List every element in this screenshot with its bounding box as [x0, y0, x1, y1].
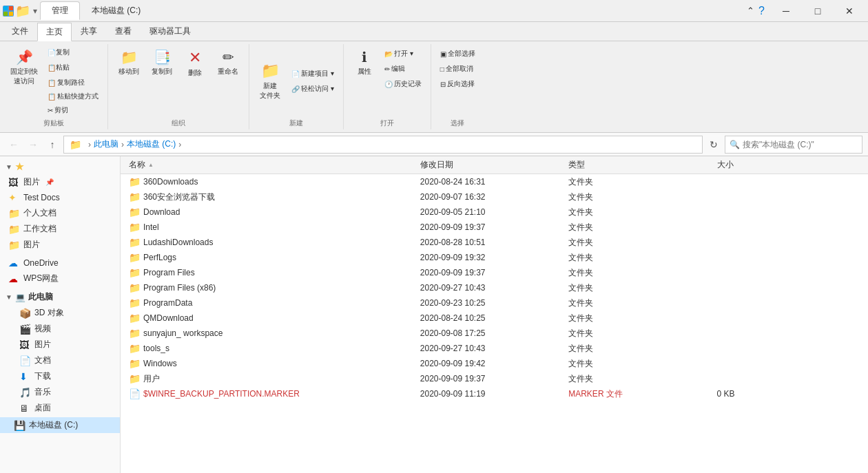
table-row[interactable]: 📁 Download 2020-09-05 21:10 文件夹	[121, 204, 868, 220]
file-name: Windows	[143, 359, 177, 368]
sidebar-item-desktop[interactable]: 🖥 桌面	[0, 400, 120, 416]
file-size	[714, 226, 862, 229]
file-type: 文件夹	[566, 190, 714, 204]
sidebar-label-onedrive: OneDrive	[23, 258, 59, 268]
col-type-header[interactable]: 类型	[566, 158, 714, 172]
paste-shortcut-button[interactable]: 📋 粘贴快捷方式	[44, 90, 102, 103]
sidebar-item-onedrive[interactable]: ☁ OneDrive	[0, 255, 120, 271]
search-input[interactable]	[743, 140, 858, 149]
file-size	[714, 317, 862, 319]
copy-button[interactable]: 📄 复制	[44, 45, 102, 59]
delete-button[interactable]: ✕ 删除	[180, 45, 210, 81]
table-row[interactable]: 📁 PerfLogs 2020-09-09 19:32 文件夹	[121, 250, 868, 265]
table-row[interactable]: 📁 Program Files (x86) 2020-09-27 10:43 文…	[121, 280, 868, 295]
address-path[interactable]: 📁 › 此电脑 › 本地磁盘 (C:) ›	[63, 136, 703, 154]
deselect-all-button[interactable]: □ 全部取消	[437, 62, 479, 76]
quick-access-icon[interactable]: 📁	[15, 3, 30, 19]
sidebar-item-testdocs[interactable]: ✦ Test Docs	[0, 190, 120, 205]
table-row[interactable]: 📁 用户 2020-09-09 19:37 文件夹	[121, 371, 868, 386]
table-row[interactable]: 📁 sunyajun_ workspace 2020-09-08 17:25 文…	[121, 326, 868, 341]
sidebar-label-pictures-pinned: 图片	[23, 176, 40, 188]
table-row[interactable]: 📁 tools_s 2020-09-27 10:43 文件夹	[121, 341, 868, 356]
table-row[interactable]: 📁 Intel 2020-09-09 19:37 文件夹	[121, 220, 868, 235]
file-name: Program Files	[143, 268, 195, 277]
easy-access-button[interactable]: 🔗 轻松访问 ▾	[288, 82, 338, 96]
table-row[interactable]: 📁 ProgramData 2020-09-23 10:25 文件夹	[121, 295, 868, 311]
help-icon[interactable]: ?	[758, 5, 765, 17]
table-row[interactable]: 📁 360Downloads 2020-08-24 16:31 文件夹	[121, 174, 868, 189]
copy-to-button[interactable]: 📑 复制到	[147, 45, 177, 80]
table-row[interactable]: 📄 $WINRE_BACKUP_PARTITION.MARKER 2020-09…	[121, 386, 868, 401]
ribbon-tab-home[interactable]: 主页	[37, 23, 72, 41]
rename-button[interactable]: ✏ 重命名	[213, 45, 243, 80]
table-row[interactable]: 📁 Program Files 2020-09-09 19:37 文件夹	[121, 265, 868, 280]
col-size-header[interactable]: 大小	[714, 158, 862, 172]
sidebar-item-localdisk[interactable]: 💾 本地磁盘 (C:)	[0, 417, 120, 433]
sidebar-item-pictures3[interactable]: 🖼 图片	[0, 337, 120, 353]
search-icon: 🔍	[730, 140, 740, 149]
up-button[interactable]: ↑	[44, 136, 61, 153]
address-pc[interactable]: 此电脑	[94, 138, 118, 150]
table-row[interactable]: 📁 360安全浏览器下载 2020-09-07 16:32 文件夹	[121, 189, 868, 204]
properties-button[interactable]: ℹ 属性	[349, 45, 380, 80]
open-button[interactable]: 📂 打开 ▾	[381, 47, 425, 61]
col-date-header[interactable]: 修改日期	[417, 158, 566, 172]
back-button[interactable]: ←	[6, 136, 22, 153]
ribbon-tab-file[interactable]: 文件	[3, 22, 37, 41]
file-list[interactable]: 📁 360Downloads 2020-08-24 16:31 文件夹 📁 36…	[121, 174, 868, 473]
ribbon-tab-drive[interactable]: 驱动器工具	[141, 22, 200, 41]
copy-path-button[interactable]: 📋 复制路径	[44, 76, 102, 90]
history-button[interactable]: 🕐 历史记录	[381, 77, 425, 91]
sidebar-item-downloads[interactable]: ⬇ 下载	[0, 368, 120, 384]
ribbon-tab-share[interactable]: 共享	[72, 22, 106, 41]
main-layout: ▼ ★ 🖼 图片 📌 ✦ Test Docs 📁 个人文档 📁 工作文档 📁 图…	[0, 156, 868, 473]
desktop-icon: 🖥	[19, 403, 32, 414]
chevron-icon[interactable]: ⌃	[747, 6, 754, 16]
sidebar-label-thispc: 此电脑	[28, 291, 53, 303]
sidebar-item-personal-docs[interactable]: 📁 个人文档	[0, 205, 120, 221]
pinned-group-header[interactable]: ▼ ★	[0, 159, 120, 174]
forward-button[interactable]: →	[25, 136, 41, 153]
refresh-button[interactable]: ↻	[705, 136, 722, 153]
edit-button[interactable]: ✏ 编辑	[381, 62, 425, 76]
folder-icon: 📁	[129, 237, 141, 248]
maximize-button[interactable]: □	[802, 0, 834, 22]
close-button[interactable]: ✕	[834, 0, 865, 22]
address-disk[interactable]: 本地磁盘 (C:)	[127, 138, 176, 150]
minimize-button[interactable]: ─	[770, 0, 802, 22]
paste-button[interactable]: 📋 粘贴	[44, 61, 102, 74]
title-tab-disk[interactable]: 本地磁盘 (C:)	[80, 1, 152, 20]
sidebar-label-downloads: 下载	[34, 370, 51, 382]
title-tab-manage[interactable]: 管理	[40, 1, 80, 20]
sidebar-item-pictures[interactable]: 📁 图片	[0, 237, 120, 253]
scissors-icon: ✂	[48, 107, 53, 114]
sidebar-item-pictures-pinned[interactable]: 🖼 图片 📌	[0, 174, 120, 190]
ribbon-group-select: ▣ 全部选择 □ 全部取消 ⊟ 反向选择 选择	[431, 44, 484, 129]
ribbon-tab-view[interactable]: 查看	[106, 22, 141, 41]
file-name-cell: 📁 用户	[126, 372, 417, 386]
sidebar-item-wpsdisk[interactable]: ☁ WPS网盘	[0, 271, 120, 286]
invert-select-button[interactable]: ⊟ 反向选择	[437, 77, 479, 91]
pin-quick-access-button[interactable]: 📌 固定到快速访问	[6, 45, 43, 90]
col-name-header[interactable]: 名称 ▲	[126, 158, 417, 172]
svg-rect-0	[3, 6, 8, 10]
sidebar-item-3d[interactable]: 📦 3D 对象	[0, 305, 120, 321]
sidebar-item-video[interactable]: 🎬 视频	[0, 321, 120, 337]
search-box[interactable]: 🔍	[725, 136, 862, 154]
file-name-cell: 📁 QMDownload	[126, 311, 417, 325]
move-to-button[interactable]: 📁 移动到	[114, 45, 144, 80]
sidebar-item-work-docs[interactable]: 📁 工作文档	[0, 221, 120, 237]
select-all-button[interactable]: ▣ 全部选择	[437, 47, 479, 61]
down-arrow-icon[interactable]: ▾	[33, 6, 37, 16]
cut-button[interactable]: ✂ 剪切	[44, 103, 102, 117]
table-row[interactable]: 📁 QMDownload 2020-08-24 10:25 文件夹	[121, 311, 868, 326]
new-folder-button[interactable]: 📁 新建文件夹	[255, 59, 285, 104]
table-row[interactable]: 📁 LudashiDownloads 2020-08-28 10:51 文件夹	[121, 235, 868, 250]
table-row[interactable]: 📁 Windows 2020-09-09 19:42 文件夹	[121, 356, 868, 371]
file-size	[714, 347, 862, 350]
sidebar-item-music[interactable]: 🎵 音乐	[0, 384, 120, 400]
thispc-group-header[interactable]: ▼ 💻 此电脑	[0, 289, 120, 305]
sidebar-item-documents[interactable]: 📄 文档	[0, 353, 120, 368]
new-item-button[interactable]: 📄 新建项目 ▾	[288, 67, 338, 81]
file-size	[714, 256, 862, 259]
